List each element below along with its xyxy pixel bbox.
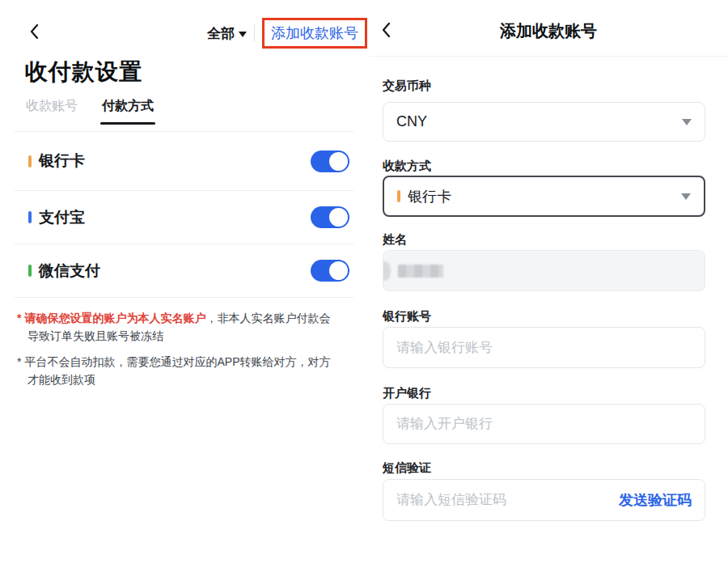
method-label: 微信支付: [39, 261, 100, 282]
opening-bank-label: 开户银行: [383, 386, 705, 401]
method-select[interactable]: 银行卡: [383, 176, 705, 217]
alipay-toggle[interactable]: [311, 206, 349, 228]
masked-name-value: [398, 265, 443, 278]
chevron-left-icon: [27, 23, 43, 40]
payment-settings-screen: 全部 添加收款账号 收付款设置 收款账号 付款方式 银行卡 支付宝 微信支付 *…: [0, 0, 369, 568]
header-divider: [254, 24, 255, 42]
asterisk: *: [17, 355, 21, 368]
payment-method-row-bank-card: 银行卡: [15, 132, 353, 191]
footnote-emphasis: 请确保您设置的账户为本人实名账户: [24, 312, 205, 324]
bank-card-icon: [28, 155, 32, 167]
account-number-field: [383, 327, 705, 368]
chevron-down-icon: [682, 119, 692, 125]
screen-title: 添加收款账号: [369, 20, 728, 42]
method-info: 支付宝: [28, 207, 85, 228]
opening-bank-input[interactable]: [396, 416, 692, 432]
footnote-real-name-warning: *请确保您设置的账户为本人实名账户，非本人实名账户付款会导致订单失败且账号被冻结: [17, 309, 337, 345]
payment-method-row-wechat-pay: 微信支付: [15, 244, 353, 298]
currency-value: CNY: [396, 113, 427, 130]
footnote-no-auto-debit: *平台不会自动扣款，需要您通过对应的APP转账给对方，对方才能收到款项: [17, 353, 337, 388]
method-label: 银行卡: [39, 150, 85, 172]
alipay-icon: [28, 211, 32, 223]
currency-select[interactable]: CNY: [383, 102, 705, 142]
method-label: 收款方式: [383, 159, 705, 174]
account-number-input[interactable]: [396, 340, 692, 356]
footnote-text: 平台不会自动扣款，需要您通过对应的APP转账给对方，对方才能收到款项: [24, 355, 330, 386]
method-label: 支付宝: [39, 207, 85, 228]
wechat-pay-icon: [28, 265, 32, 277]
method-info: 微信支付: [28, 261, 100, 282]
page-title: 收付款设置: [25, 57, 142, 87]
currency-label: 交易币种: [383, 78, 705, 94]
tab-bar: 收款账号 付款方式: [26, 98, 154, 126]
tab-payment-method[interactable]: 付款方式: [102, 98, 154, 126]
account-number-label: 银行账号: [383, 309, 705, 324]
asterisk: *: [17, 312, 21, 324]
filter-dropdown-label: 全部: [207, 24, 235, 43]
back-button[interactable]: [27, 23, 43, 40]
header-actions: 全部 添加收款账号: [207, 18, 367, 49]
sms-code-input[interactable]: [396, 492, 619, 508]
header-divider: [369, 56, 728, 57]
filter-dropdown[interactable]: 全部: [207, 24, 247, 43]
method-info: 银行卡: [28, 150, 85, 172]
masked-name-artifact: [383, 261, 391, 281]
chevron-down-icon: [681, 193, 691, 200]
wechat-pay-toggle[interactable]: [311, 260, 349, 282]
footnotes: *请确保您设置的账户为本人实名账户，非本人实名账户付款会导致订单失败且账号被冻结…: [17, 309, 337, 396]
bank-card-icon: [397, 190, 400, 202]
name-label: 姓名: [383, 232, 705, 248]
bank-card-toggle[interactable]: [311, 150, 349, 172]
chevron-down-icon: [239, 32, 247, 37]
name-field: [383, 250, 705, 291]
sms-verification-field: 发送验证码: [383, 479, 705, 521]
add-payee-account-screen: 添加收款账号 交易币种 CNY 收款方式 银行卡 姓名 银行账号 开户银行 短信…: [369, 0, 728, 568]
send-code-button[interactable]: 发送验证码: [619, 490, 692, 510]
tab-payee-account[interactable]: 收款账号: [26, 98, 78, 126]
method-value: 银行卡: [408, 187, 451, 206]
opening-bank-field: [383, 404, 705, 444]
sms-verification-label: 短信验证: [383, 460, 705, 476]
payment-method-row-alipay: 支付宝: [15, 191, 353, 244]
add-payee-account-button[interactable]: 添加收款账号: [262, 18, 367, 49]
